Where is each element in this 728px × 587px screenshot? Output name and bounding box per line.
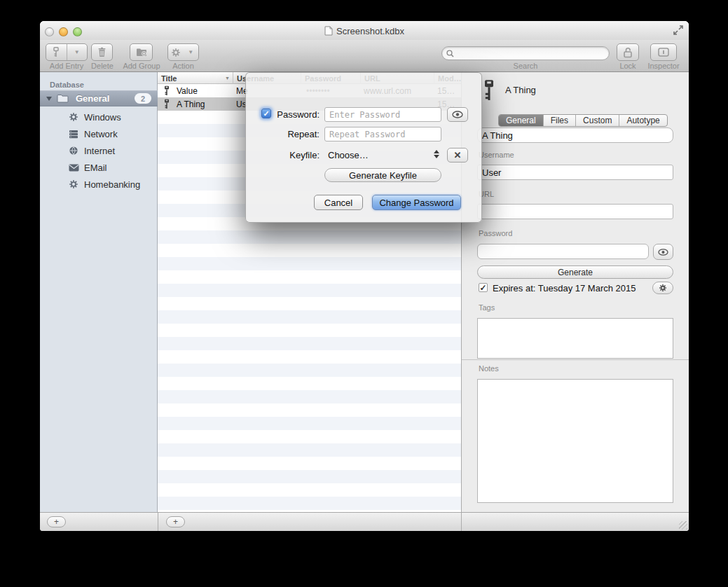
sidebar-item-label: Homebanking	[84, 179, 140, 190]
checkmark-icon: ✓	[479, 283, 486, 293]
envelope-icon	[68, 162, 79, 173]
unlocked-padlock-icon	[623, 47, 633, 58]
username-label: Username	[479, 151, 514, 159]
dialog-keyfile-label: Keyfile:	[260, 150, 320, 160]
password-label: Password	[479, 229, 512, 237]
notes-field[interactable]	[477, 379, 673, 503]
dialog-password-input[interactable]	[324, 107, 441, 122]
sidebar-item-label: Internet	[84, 146, 115, 156]
dialog-password-label: Password:	[260, 109, 320, 120]
dialog-repeat-label: Repeat:	[260, 129, 320, 139]
add-entry-plus-button[interactable]: +	[166, 516, 185, 527]
password-field[interactable]	[477, 244, 649, 259]
trash-icon	[97, 47, 107, 57]
title-field[interactable]	[477, 127, 673, 143]
key-icon	[482, 78, 496, 102]
entry-title: Value	[177, 84, 198, 97]
titlebar[interactable]: Screenshot.kdbx	[40, 21, 689, 40]
eye-icon	[452, 111, 463, 118]
add-group-label: Add Group	[119, 62, 164, 70]
gear-icon	[659, 284, 667, 292]
folder-icon	[57, 94, 69, 103]
tab-files[interactable]: Files	[544, 115, 576, 126]
plus-icon: +	[173, 517, 178, 527]
inspector-label: Inspector	[644, 62, 683, 70]
lock-button[interactable]	[617, 43, 639, 61]
column-header-title[interactable]: Title ▼	[158, 72, 233, 84]
fullscreen-icon[interactable]	[673, 25, 684, 36]
sidebar-item-label: EMail	[84, 163, 107, 173]
disclosure-triangle-icon[interactable]	[46, 97, 52, 101]
delete-label: Delete	[85, 62, 120, 70]
tags-field[interactable]	[477, 318, 673, 359]
show-password-button[interactable]	[653, 244, 673, 260]
key-icon	[163, 99, 170, 109]
inspector-button[interactable]	[650, 43, 677, 61]
tags-label: Tags	[479, 303, 495, 312]
sidebar-group-general[interactable]: General 2	[40, 90, 158, 106]
cancel-label: Cancel	[324, 198, 352, 208]
generate-keyfile-label: Generate Keyfile	[349, 170, 417, 181]
keyfile-popup[interactable]: Choose…	[328, 150, 369, 160]
sort-descending-icon: ▼	[225, 76, 230, 81]
sidebar-item-network[interactable]: Network	[40, 125, 158, 142]
change-password-button[interactable]: Change Password	[372, 195, 461, 210]
generate-password-button[interactable]: Generate	[477, 265, 673, 279]
tab-custom[interactable]: Custom	[576, 115, 619, 126]
clear-keyfile-button[interactable]: ✕	[447, 148, 468, 163]
key-icon	[46, 44, 67, 60]
inspector-tabs: General Files Custom Autotype	[498, 114, 668, 127]
add-entry-button[interactable]: ▼	[46, 43, 88, 61]
generate-label: Generate	[558, 268, 593, 277]
resize-grip[interactable]	[679, 521, 687, 530]
cancel-button[interactable]: Cancel	[314, 195, 363, 210]
dialog-show-password-button[interactable]	[447, 107, 468, 122]
close-icon: ✕	[454, 150, 462, 160]
section-divider	[462, 359, 689, 360]
generate-keyfile-button[interactable]: Generate Keyfile	[324, 168, 441, 182]
gear-icon	[168, 44, 184, 60]
folder-plus-icon	[136, 48, 147, 57]
sidebar-item-email[interactable]: EMail	[40, 159, 158, 176]
search-input[interactable]	[457, 48, 609, 59]
add-group-button[interactable]	[130, 43, 153, 61]
search-field[interactable]	[441, 46, 610, 60]
inspector-entry-title: A Thing	[505, 85, 536, 95]
sidebar-item-internet[interactable]: Internet	[40, 142, 158, 159]
sidebar-item-windows[interactable]: Windows	[40, 109, 158, 125]
globe-icon	[68, 145, 79, 156]
gear-icon	[68, 179, 79, 190]
expires-label: Expires at: Tuesday 17 March 2015	[493, 283, 636, 294]
entry-title: A Thing	[177, 97, 205, 111]
sidebar-group-label: General	[76, 93, 109, 104]
sidebar-section-header: Database	[50, 81, 84, 89]
change-password-label: Change Password	[379, 198, 453, 208]
expires-checkbox[interactable]: ✓	[479, 283, 488, 292]
add-entry-dropdown-icon[interactable]: ▼	[67, 44, 88, 60]
inspector-icon	[658, 48, 669, 57]
action-label: Action	[167, 62, 199, 70]
action-dropdown-icon[interactable]: ▼	[184, 44, 199, 60]
bottom-bar: + +	[40, 512, 689, 531]
keyfile-popup-stepper-icon[interactable]	[434, 150, 439, 158]
lock-label: Lock	[611, 62, 645, 70]
add-group-plus-button[interactable]: +	[47, 516, 66, 527]
document-icon	[324, 26, 333, 36]
url-field[interactable]	[477, 204, 673, 219]
tab-general[interactable]: General	[499, 115, 544, 126]
delete-button[interactable]	[91, 43, 113, 61]
action-button[interactable]: ▼	[167, 43, 199, 61]
search-icon	[446, 50, 454, 57]
sidebar-item-label: Network	[84, 129, 118, 139]
notes-label: Notes	[479, 364, 499, 373]
tab-autotype[interactable]: Autotype	[619, 115, 666, 126]
eye-icon	[658, 249, 668, 256]
sidebar: Database General 2 Windows Network	[40, 72, 158, 512]
sidebar-item-homebanking[interactable]: Homebanking	[40, 176, 158, 193]
window-chrome: Screenshot.kdbx ▼ Add Entry Delete	[40, 21, 689, 72]
expiry-options-button[interactable]	[652, 282, 673, 294]
username-field[interactable]	[477, 165, 673, 180]
entry-count-badge: 2	[135, 93, 151, 104]
sidebar-item-label: Windows	[84, 112, 121, 123]
dialog-repeat-input[interactable]	[324, 127, 441, 141]
